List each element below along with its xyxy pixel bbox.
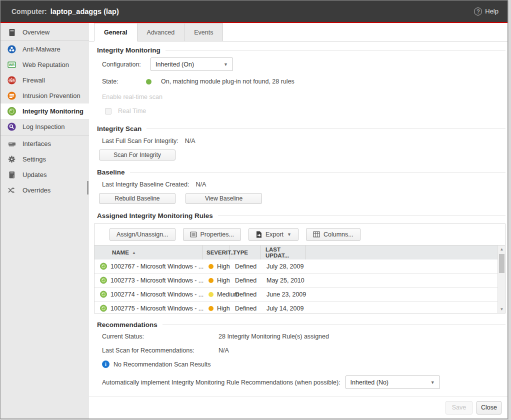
rule-last-updated: July 28, 2009: [263, 263, 308, 270]
enable-realtime-scan-label: Enable real-time scan: [102, 94, 162, 100]
state-label: State:: [102, 78, 146, 85]
current-status-label: Current Status:: [102, 333, 218, 340]
view-baseline-button[interactable]: View Baseline: [186, 193, 262, 204]
rules-scrollbar[interactable]: ▲ ▼: [498, 246, 505, 313]
rule-name: 1002775 - Microsoft Windows - ...: [107, 305, 205, 312]
column-header-name[interactable]: NAME▲: [105, 246, 203, 260]
close-button[interactable]: Close: [476, 401, 502, 414]
table-row[interactable]: 1002774 - Microsoft Windows - ... Medium…: [94, 288, 505, 302]
rule-severity: Medium: [205, 291, 232, 298]
sidebar-label: Overrides: [22, 186, 50, 194]
sort-ascending-icon: ▲: [132, 250, 136, 255]
overview-icon: [8, 28, 16, 36]
computer-name: laptop_adaggs (lap): [50, 8, 119, 16]
properties-list-icon: [190, 231, 197, 238]
columns-grid-icon: [313, 231, 320, 238]
sidebar-item-firewall[interactable]: Firewall: [0, 72, 89, 88]
integrity-monitoring-heading: Integrity Monitoring: [97, 46, 506, 54]
sidebar-item-integrity-monitoring[interactable]: Integrity Monitoring: [0, 104, 89, 119]
integrity-rule-icon: [96, 262, 107, 270]
header-label: Computer:: [12, 8, 47, 16]
sidebar-item-anti-malware[interactable]: Anti-Malware: [0, 42, 89, 57]
column-header-last-updated[interactable]: LAST UPDAT...: [261, 246, 306, 260]
table-row[interactable]: 1002773 - Microsoft Windows - ... High D…: [94, 274, 505, 288]
sidebar-label: Integrity Monitoring: [22, 108, 84, 115]
columns-button[interactable]: Columns...: [306, 228, 360, 241]
auto-implement-dropdown[interactable]: Inherited (No) ▼: [346, 376, 440, 389]
tab-events[interactable]: Events: [184, 23, 223, 41]
sidebar-item-web-reputation[interactable]: WR Web Reputation: [0, 57, 89, 72]
scan-for-integrity-button[interactable]: Scan For Integrity: [99, 150, 176, 160]
chevron-down-icon: ▼: [430, 380, 435, 385]
overrides-shuffle-icon: [8, 186, 16, 194]
rule-type: Defined: [232, 263, 263, 270]
tab-advanced[interactable]: Advanced: [137, 23, 185, 41]
rule-name: 1002774 - Microsoft Windows - ...: [107, 291, 205, 298]
properties-button[interactable]: Properties...: [183, 228, 241, 241]
export-button[interactable]: Export ▼: [248, 228, 298, 241]
sidebar-splitter-handle[interactable]: [87, 181, 88, 194]
severity-dot: [208, 264, 214, 269]
help-button[interactable]: ? Help: [474, 8, 498, 16]
sidebar-label: Interfaces: [22, 140, 51, 148]
svg-text:WR: WR: [9, 63, 14, 66]
sidebar-label: Firewall: [22, 76, 45, 84]
rule-type: Defined: [232, 291, 263, 298]
severity-dot: [208, 278, 214, 283]
integrity-rule-icon: [96, 304, 107, 312]
sidebar-item-overview[interactable]: Overview: [0, 24, 89, 40]
chevron-down-icon: ▼: [224, 62, 228, 67]
real-time-checkbox[interactable]: [105, 108, 112, 114]
sidebar-divider: [0, 40, 89, 41]
column-header-severity[interactable]: SEVERIT...: [203, 246, 230, 260]
intrusion-prevention-icon: [8, 92, 16, 100]
tab-bar: General Advanced Events: [89, 23, 508, 42]
rule-severity: High: [205, 263, 232, 270]
column-header-type[interactable]: TYPE: [230, 246, 261, 260]
integrity-rule-icon: [96, 276, 107, 284]
sidebar-label: Overview: [22, 28, 50, 36]
rules-grid-body: 1002767 - Microsoft Windows - ... High D…: [94, 260, 505, 313]
tab-general[interactable]: General: [94, 23, 138, 42]
sidebar-item-updates[interactable]: Updates: [0, 167, 89, 182]
rule-severity: High: [205, 277, 232, 284]
auto-implement-value: Inherited (No): [350, 379, 430, 386]
help-label: Help: [485, 8, 498, 15]
sidebar-item-log-inspection[interactable]: Log Inspection: [0, 119, 89, 134]
rule-type: Defined: [232, 277, 263, 284]
help-icon: ?: [474, 8, 482, 16]
sidebar-divider: [0, 135, 89, 136]
state-value: On, matching module plug-in not found, 2…: [161, 78, 294, 85]
table-row[interactable]: 1002767 - Microsoft Windows - ... High D…: [94, 260, 505, 274]
export-file-icon: [256, 231, 262, 238]
last-baseline-created-label: Last Integrity Baseline Created:: [102, 181, 189, 188]
rule-name: 1002767 - Microsoft Windows - ...: [107, 263, 205, 270]
dialog-footer: Save Close: [89, 396, 508, 418]
table-row[interactable]: 1002775 - Microsoft Windows - ... High D…: [94, 302, 505, 313]
rules-grid: NAME▲ SEVERIT... TYPE LAST UPDAT... 1002…: [94, 245, 505, 313]
settings-gear-icon: [8, 155, 16, 164]
sidebar-item-settings[interactable]: Settings: [0, 152, 89, 167]
sidebar-label: Intrusion Prevention: [22, 92, 80, 100]
scroll-down-icon[interactable]: ▼: [498, 306, 506, 313]
sidebar-item-intrusion-prevention[interactable]: Intrusion Prevention: [0, 88, 89, 104]
assign-unassign-button[interactable]: Assign/Unassign...: [110, 228, 176, 241]
rule-last-updated: July 14, 2009: [263, 305, 308, 312]
integrity-monitoring-icon: [8, 107, 16, 116]
sidebar-item-overrides[interactable]: Overrides: [0, 182, 89, 198]
log-inspection-icon: [8, 122, 16, 131]
scrollbar-thumb[interactable]: [499, 254, 504, 273]
state-on-indicator: [146, 79, 152, 84]
last-baseline-created-value: N/A: [196, 181, 206, 188]
sidebar-label: Settings: [22, 156, 46, 163]
rebuild-baseline-button[interactable]: Rebuild Baseline: [99, 193, 176, 204]
rules-grid-header: NAME▲ SEVERIT... TYPE LAST UPDAT...: [94, 246, 505, 260]
configuration-dropdown[interactable]: Inherited (On) ▼: [150, 58, 233, 71]
sidebar-item-interfaces[interactable]: Interfaces: [0, 136, 89, 152]
chevron-down-icon: ▼: [287, 232, 292, 237]
scroll-up-icon[interactable]: ▲: [498, 246, 506, 253]
rule-name: 1002773 - Microsoft Windows - ...: [107, 277, 205, 284]
save-button[interactable]: Save: [446, 401, 472, 414]
severity-dot: [208, 306, 214, 311]
current-status-value: 28 Integrity Monitoring Rule(s) assigned: [218, 333, 329, 340]
